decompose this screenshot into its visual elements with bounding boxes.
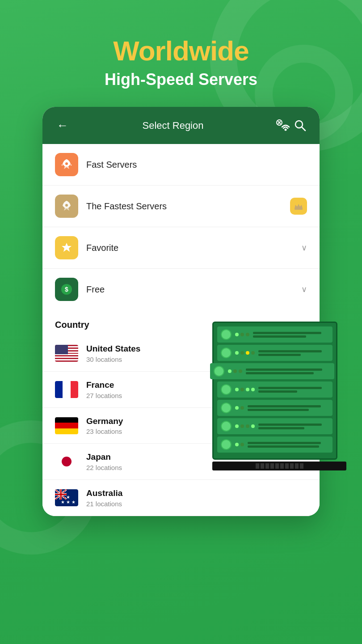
flag-jp-wrap [55, 453, 78, 470]
fastest-servers-label: The Fastest Servers [86, 201, 290, 212]
rack-stripe [261, 463, 264, 469]
menu-item-fast-servers[interactable]: Fast Servers [42, 144, 320, 186]
rack-stripe [280, 463, 284, 469]
crown-icon [294, 202, 303, 210]
bar-line [258, 424, 322, 426]
server-bars [248, 442, 329, 448]
server-row [217, 381, 333, 398]
server-row [210, 363, 334, 379]
light-dim [240, 424, 244, 428]
flag-au-wrap: ★ ★★ ★ ★ [55, 489, 78, 506]
fastest-servers-icon [55, 195, 78, 218]
bar-line [248, 409, 309, 411]
svg-rect-8 [295, 208, 303, 210]
rocket-tan-icon [60, 199, 73, 213]
light-green [235, 424, 239, 428]
server-lights [228, 369, 242, 373]
back-button[interactable]: ← [55, 117, 70, 134]
phone-container: ← Select Region [42, 107, 320, 516]
de-gold [55, 428, 78, 434]
rack-stripe [256, 463, 259, 469]
fr-blue [55, 381, 63, 398]
server-disk [221, 402, 232, 413]
bar-line [258, 427, 304, 429]
de-red [55, 423, 78, 428]
rack-stripe [285, 463, 289, 469]
server-lights [235, 424, 255, 428]
light-dim [246, 424, 249, 428]
server-bars [246, 369, 331, 374]
server-row [217, 400, 333, 416]
bar-line [253, 335, 306, 338]
menu-item-free[interactable]: $ Free ∨ [42, 269, 320, 310]
fr-red [71, 381, 78, 398]
bar-line [248, 442, 321, 444]
header-icons [276, 119, 307, 132]
card-header: ← Select Region [42, 107, 320, 144]
server-disk [214, 366, 224, 377]
server-bars [258, 424, 329, 429]
light-dim [240, 333, 244, 336]
au-canton [55, 489, 67, 500]
light-green [235, 333, 239, 336]
country-item-au[interactable]: ★ ★★ ★ ★ Australia 21 locations [42, 480, 320, 516]
free-icon: $ [55, 278, 78, 301]
flag-us [55, 345, 78, 362]
menu-list: Fast Servers The Fastest Servers [42, 144, 320, 310]
bar-line [258, 390, 297, 393]
bar-line [248, 445, 319, 448]
bar-line [253, 332, 321, 334]
title-subtitle: High-Speed Servers [0, 70, 362, 89]
fast-servers-icon [55, 153, 78, 176]
au-flag: ★ ★★ ★ ★ [55, 489, 78, 506]
menu-item-fastest-servers[interactable]: The Fastest Servers [42, 186, 320, 227]
us-canton [55, 345, 68, 354]
search-icon[interactable] [294, 119, 307, 132]
server-lights [235, 333, 249, 336]
rack-bottom [212, 462, 346, 470]
screen-title: Select Region [143, 120, 204, 131]
server-lights [235, 388, 255, 391]
light-green [228, 369, 232, 373]
page-header: Worldwide High-Speed Servers [0, 0, 362, 107]
light-green [251, 424, 255, 428]
us-flag [55, 345, 78, 362]
flag-fr-wrap [55, 381, 78, 398]
server-bars [248, 405, 329, 411]
favorite-label: Favorite [86, 243, 301, 253]
svg-point-6 [65, 162, 68, 165]
dollar-circle-icon: $ [60, 283, 73, 296]
rack-stripe [290, 463, 294, 469]
light-dim [240, 406, 244, 410]
rack-stripe [265, 463, 269, 469]
server-lights [235, 443, 244, 446]
light-green [251, 388, 255, 391]
fr-white [63, 381, 70, 398]
country-info-au: Australia 21 locations [86, 488, 307, 508]
server-row [217, 436, 333, 453]
de-black [55, 417, 78, 423]
light-green [246, 388, 249, 391]
star-icon [60, 241, 73, 254]
country-locations-au: 21 locations [86, 500, 307, 508]
au-red-h [55, 494, 67, 495]
server-row [217, 345, 333, 361]
server-disk [221, 421, 232, 432]
rack-stripe [270, 463, 274, 469]
flag-de-wrap [55, 417, 78, 434]
title-worldwide: Worldwide [0, 36, 362, 66]
wifi-x-icon[interactable] [276, 119, 292, 132]
rack-stripe [275, 463, 279, 469]
bar-line [246, 372, 314, 374]
svg-line-5 [302, 127, 305, 131]
menu-item-favorite[interactable]: Favorite ∨ [42, 227, 320, 269]
bar-line [258, 350, 322, 352]
fr-flag [55, 381, 78, 398]
jp-circle [62, 457, 72, 466]
light-dim [240, 351, 244, 355]
light-green [235, 351, 239, 355]
server-disk [221, 347, 232, 358]
light-green [235, 388, 239, 391]
server-disk [221, 329, 232, 340]
light-dim [246, 333, 249, 336]
